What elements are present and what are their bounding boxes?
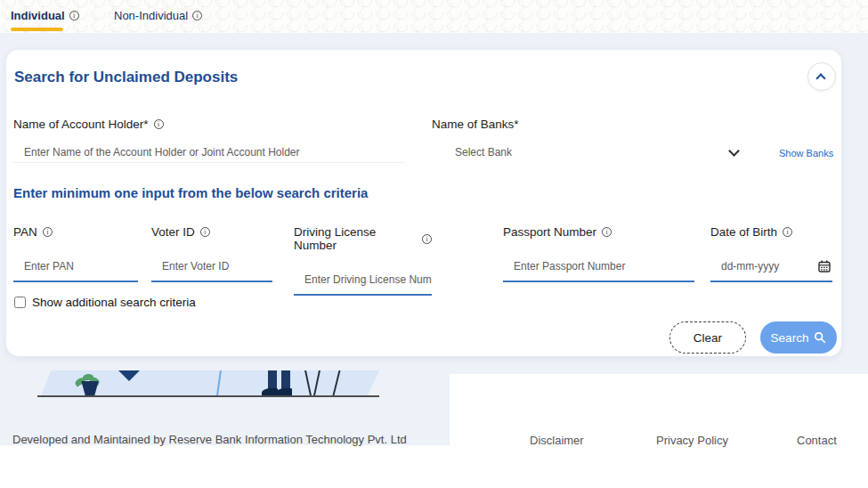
voter-id-input[interactable] bbox=[151, 260, 272, 272]
banks-label: Name of Banks* bbox=[432, 118, 519, 131]
chevron-up-icon bbox=[815, 73, 825, 83]
info-icon[interactable] bbox=[192, 11, 202, 20]
disclaimer-link[interactable]: Disclaimer bbox=[530, 434, 584, 447]
info-icon[interactable] bbox=[200, 227, 210, 237]
search-card: Search for Unclaimed Deposits Name of Ac… bbox=[6, 50, 841, 356]
privacy-policy-link[interactable]: Privacy Policy bbox=[656, 434, 728, 447]
tab-individual-label: Individual bbox=[11, 9, 65, 22]
additional-criteria-checkbox[interactable] bbox=[14, 297, 26, 308]
illustration bbox=[37, 370, 379, 397]
clear-button[interactable]: Clear bbox=[669, 321, 746, 354]
pan-input[interactable] bbox=[13, 260, 138, 272]
pan-field: PAN bbox=[13, 225, 138, 282]
bank-select-placeholder: Select Bank bbox=[432, 146, 730, 159]
tab-non-individual[interactable]: Non-Individual bbox=[114, 9, 202, 22]
ground-line bbox=[37, 395, 379, 397]
driving-license-label: Driving License Number bbox=[294, 225, 432, 252]
calendar-icon[interactable] bbox=[818, 260, 831, 272]
tab-non-individual-label: Non-Individual bbox=[114, 9, 188, 22]
search-button-label: Search bbox=[771, 331, 809, 345]
show-banks-link[interactable]: Show Banks bbox=[779, 148, 833, 159]
voter-id-field: Voter ID bbox=[151, 225, 272, 282]
passport-field: Passport Number bbox=[503, 225, 694, 282]
driving-license-field: Driving License Number bbox=[294, 225, 432, 296]
contact-link[interactable]: Contact bbox=[797, 434, 837, 447]
passport-input-underline bbox=[503, 260, 694, 282]
search-button[interactable]: Search bbox=[760, 321, 837, 354]
voter-id-label: Voter ID bbox=[151, 225, 272, 239]
pan-label: PAN bbox=[13, 225, 138, 239]
tab-individual[interactable]: Individual bbox=[11, 9, 79, 22]
person-leg bbox=[268, 370, 277, 389]
info-icon[interactable] bbox=[602, 227, 612, 237]
info-icon[interactable] bbox=[422, 234, 432, 244]
card-title: Search for Unclaimed Deposits bbox=[14, 69, 238, 86]
search-icon bbox=[814, 331, 826, 344]
info-icon[interactable] bbox=[69, 11, 79, 20]
passport-input[interactable] bbox=[503, 260, 694, 272]
driving-license-input-underline bbox=[294, 273, 432, 296]
date-of-birth-input[interactable] bbox=[710, 260, 818, 272]
developed-by-text: Developed and Maintained by Reserve Bank… bbox=[12, 433, 407, 446]
person-leg bbox=[281, 370, 290, 389]
account-holder-label: Name of Account Holder* bbox=[13, 118, 164, 131]
date-of-birth-field: Date of Birth bbox=[710, 225, 832, 282]
footer-bottom-strip bbox=[0, 445, 868, 488]
voter-id-input-underline bbox=[151, 260, 272, 282]
chevron-down-icon[interactable] bbox=[728, 145, 740, 157]
banks-label-text: Name of Banks* bbox=[432, 118, 519, 131]
bank-select[interactable]: Select Bank bbox=[432, 142, 745, 163]
illustration-triangle bbox=[118, 370, 140, 381]
date-of-birth-input-underline bbox=[710, 260, 832, 282]
criteria-heading: Enter minimum one input from the below s… bbox=[13, 185, 368, 200]
additional-criteria-label[interactable]: Show additional search criteria bbox=[32, 296, 196, 309]
additional-criteria-row[interactable]: Show additional search criteria bbox=[14, 296, 196, 309]
account-holder-label-text: Name of Account Holder* bbox=[13, 118, 149, 131]
driving-license-input[interactable] bbox=[294, 273, 432, 286]
collapse-button[interactable] bbox=[807, 62, 836, 91]
passport-label: Passport Number bbox=[503, 225, 694, 239]
date-of-birth-label: Date of Birth bbox=[710, 225, 832, 239]
info-icon[interactable] bbox=[154, 119, 164, 129]
info-icon[interactable] bbox=[43, 227, 53, 237]
pan-input-underline bbox=[13, 260, 138, 282]
active-tab-underline bbox=[11, 28, 63, 31]
info-icon[interactable] bbox=[783, 227, 792, 237]
account-holder-input[interactable] bbox=[13, 142, 405, 163]
person-shoe bbox=[276, 388, 292, 395]
